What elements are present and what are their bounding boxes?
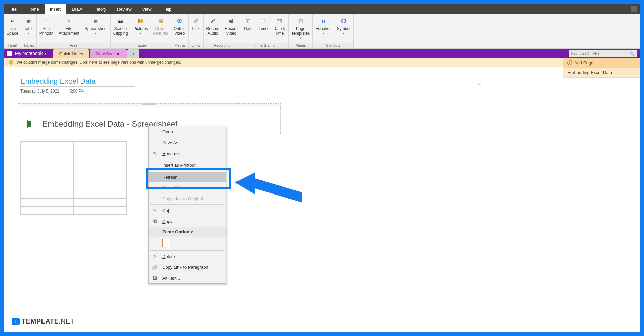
ctx-paste-option[interactable] (149, 237, 226, 250)
excel-file-icon (27, 120, 35, 128)
window-restore-icon[interactable] (631, 6, 637, 12)
page-time: 5:00 PM (69, 89, 85, 94)
ctx-save-as[interactable]: Save As... (149, 137, 226, 148)
tab-quick-notes[interactable]: Quick Notes (53, 49, 89, 58)
screen-clipping-button[interactable]: 📷ScreenClipping (111, 15, 131, 43)
ribbon: ⇔InsertSpaceInsert ▦Table▾Tables 📄FilePr… (4, 14, 640, 49)
template-icon: 📋 (296, 16, 305, 26)
watermark: T TEMPLATE.NET (12, 317, 75, 325)
ctx-open[interactable]: Open (149, 126, 226, 137)
chevron-down-icon[interactable]: ▾ (45, 52, 46, 55)
camera-icon: 📷 (116, 16, 125, 26)
fullscreen-icon[interactable]: ⤢ (478, 80, 482, 87)
link-paragraph-icon: 🔗 (152, 264, 158, 270)
spreadsheet-button[interactable]: ▦Spreadsheet▾ (82, 15, 110, 43)
banner-text: We couldn't merge some changes. Click he… (16, 60, 181, 65)
notebook-icon (7, 51, 12, 56)
menu-file[interactable]: File (4, 4, 22, 14)
alt-text-icon: 🖼 (152, 275, 158, 281)
file-printout-button[interactable]: 📄FilePrintout (37, 15, 56, 43)
menu-draw[interactable]: Draw (66, 4, 87, 14)
tab-new-section[interactable]: New Section (90, 49, 127, 58)
ctx-alt-text[interactable]: 🖼Alt Text... (149, 273, 226, 283)
file-attachment-button[interactable]: 📎FileAttachment (56, 15, 82, 43)
equation-button[interactable]: πEquation▾ (313, 15, 334, 43)
page-date: Tuesday, July 5, 2022 (20, 89, 59, 94)
ctx-rename[interactable]: ✎Rename (149, 148, 226, 159)
online-picture-icon: 🖼️ (156, 16, 165, 26)
tab-add-section[interactable]: + (127, 49, 139, 58)
page-area: We couldn't merge some changes. Click he… (4, 58, 640, 332)
time-button[interactable]: 🕐Time (256, 15, 271, 43)
content-area: We couldn't merge some changes. Click he… (4, 58, 640, 332)
excel-icon: ▦ (91, 16, 101, 26)
search-input[interactable]: Search (Ctrl+E) 🔍 (569, 50, 637, 57)
notebook-name[interactable]: My Notebook (15, 51, 43, 56)
annotation-arrow-icon (235, 172, 306, 209)
ctx-copy[interactable]: ⧉Copy (149, 216, 226, 227)
info-icon (9, 60, 13, 65)
record-video-button[interactable]: 📹RecordVideo (222, 15, 241, 43)
search-placeholder: Search (Ctrl+E) (571, 51, 599, 56)
ctx-copy-link-paragraph[interactable]: 🔗Copy Link to Paragraph (149, 262, 226, 273)
table-button[interactable]: ▦Table▾ (21, 15, 36, 43)
ctx-copy-link-original: Copy Link to Original (149, 193, 226, 204)
calendar-icon: 📅 (244, 16, 253, 26)
add-page-button[interactable]: + Add Page (563, 58, 640, 68)
page-panel: + Add Page Embedding Excel Data (563, 58, 640, 332)
table-icon: ▦ (24, 16, 33, 26)
date-time-button[interactable]: 📆Date &Time (271, 15, 288, 43)
ctx-open-original: Open Original (149, 182, 226, 193)
copy-icon: ⧉ (152, 218, 158, 224)
globe-icon: 🌐 (175, 16, 184, 26)
ctx-cut[interactable]: ✂Cut (149, 205, 226, 216)
spreadsheet-preview[interactable] (20, 141, 127, 215)
clipboard-icon (162, 239, 170, 247)
online-pictures-button[interactable]: 🖼️OnlinePictures (151, 15, 171, 43)
search-icon[interactable]: 🔍 (629, 51, 635, 56)
date-button[interactable]: 📅Date (241, 15, 256, 43)
pictures-button[interactable]: 🖼️Pictures▾ (131, 15, 150, 43)
page-title[interactable]: Embedding Excel Data (20, 77, 135, 87)
ctx-refresh[interactable]: Refresh (149, 172, 226, 182)
watermark-logo-icon: T (12, 318, 20, 325)
link-button[interactable]: 🔗Link (189, 15, 203, 43)
calendar-clock-icon: 📆 (275, 16, 284, 26)
merge-conflict-banner[interactable]: We couldn't merge some changes. Click he… (4, 58, 640, 67)
symbol-button[interactable]: ΩSymbol▾ (334, 15, 353, 43)
svg-marker-0 (235, 172, 302, 203)
menu-insert[interactable]: Insert (45, 4, 66, 14)
online-video-button[interactable]: 🌐OnlineVideo (171, 15, 188, 43)
page-templates-button[interactable]: 📋PageTemplates▾ (289, 15, 313, 43)
link-icon: 🔗 (191, 16, 201, 26)
page-meta: Tuesday, July 5, 2022 5:00 PM (20, 89, 563, 94)
page-list-item[interactable]: Embedding Excel Data (563, 68, 640, 78)
omega-icon: Ω (339, 16, 348, 26)
file-printout-icon: 📄 (41, 16, 51, 26)
rename-icon: ✎ (152, 151, 158, 156)
ctx-insert-printout[interactable]: Insert as Printout (149, 160, 226, 171)
delete-icon: ✕ (152, 254, 158, 259)
microphone-icon: 🎤 (208, 16, 218, 26)
pi-icon: π (319, 16, 328, 26)
paperclip-icon: 📎 (64, 16, 74, 26)
section-tabs: Quick Notes New Section + (53, 49, 140, 58)
insert-space-button[interactable]: ⇔InsertSpace (4, 15, 21, 43)
webcam-icon: 📹 (227, 16, 236, 26)
picture-icon: 🖼️ (136, 16, 145, 26)
menu-help[interactable]: Help (157, 4, 177, 14)
plus-icon: + (567, 60, 572, 65)
menu-review[interactable]: Review (112, 4, 137, 14)
menu-view[interactable]: View (137, 4, 157, 14)
ctx-delete[interactable]: ✕Delete (149, 251, 226, 262)
notebook-bar: My Notebook ▾ Quick Notes New Section + … (4, 49, 640, 58)
context-menu: Open Save As... ✎Rename Insert as Printo… (148, 126, 226, 284)
container-handle[interactable] (18, 104, 280, 107)
page-canvas[interactable]: Embedding Excel Data Tuesday, July 5, 20… (4, 67, 563, 332)
app-window: File Home Insert Draw History Review Vie… (4, 4, 640, 332)
menu-bar: File Home Insert Draw History Review Vie… (4, 4, 640, 14)
record-audio-button[interactable]: 🎤RecordAudio (204, 15, 222, 43)
ctx-paste-options-header: Paste Options: (149, 227, 226, 237)
menu-home[interactable]: Home (22, 4, 45, 14)
menu-history[interactable]: History (87, 4, 112, 14)
